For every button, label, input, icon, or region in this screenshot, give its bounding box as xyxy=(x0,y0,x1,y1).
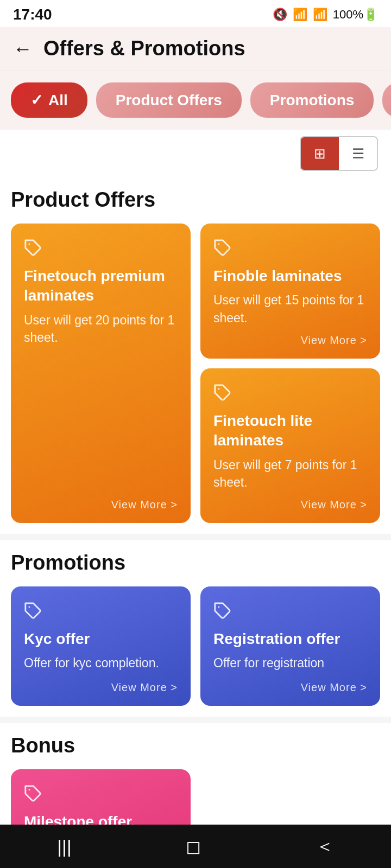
filter-tab-promotions[interactable]: Promotions xyxy=(250,82,374,118)
card-finetouch-premium-desc: User will get 20 points for 1 sheet. xyxy=(24,311,178,491)
card-finoble-title: Finoble laminates xyxy=(213,266,367,286)
card-kyc-offer[interactable]: Kyc offer Offer for kyc completion. View… xyxy=(11,586,191,706)
product-offers-section: Product Offers Finetouch premium laminat… xyxy=(0,177,391,534)
tag-icon xyxy=(24,602,178,624)
status-icons: 🔇 📶 📶 100%🔋 xyxy=(273,8,378,22)
card-finoble-desc: User will get 15 points for 1 sheet. xyxy=(213,291,367,326)
check-icon: ✓ xyxy=(30,91,43,109)
divider-1 xyxy=(0,534,391,540)
list-view-button[interactable]: ☰ xyxy=(339,137,377,170)
wifi-icon: 📶 xyxy=(293,8,307,22)
grid-icon: ⊞ xyxy=(314,145,326,162)
card-finoble-laminates[interactable]: Finoble laminates User will get 15 point… xyxy=(200,224,380,359)
card-finetouch-lite-title: Finetouch lite laminates xyxy=(213,411,367,451)
bottom-nav: ||| ◻ ＜ xyxy=(0,825,391,868)
battery-icon: 100%🔋 xyxy=(333,8,378,22)
card-kyc-title: Kyc offer xyxy=(24,629,178,649)
promotions-section: Promotions Kyc offer Offer for kyc compl… xyxy=(0,540,391,717)
promotions-grid: Kyc offer Offer for kyc completion. View… xyxy=(11,586,380,706)
status-time: 17:40 xyxy=(13,6,52,23)
tag-icon xyxy=(213,239,367,261)
filter-tab-product-offers[interactable]: Product Offers xyxy=(96,82,242,118)
list-icon: ☰ xyxy=(352,145,364,162)
tag-icon xyxy=(213,384,367,406)
card-registration-title: Registration offer xyxy=(213,629,367,649)
card-finetouch-lite-view-more[interactable]: View More > xyxy=(213,499,367,511)
tag-icon xyxy=(24,239,178,261)
product-offers-grid: Finetouch premium laminates User will ge… xyxy=(11,224,380,523)
card-registration-view-more[interactable]: View More > xyxy=(213,681,367,694)
tag-icon xyxy=(24,784,178,807)
header: ← Offers & Promotions xyxy=(0,27,391,71)
promotions-title: Promotions xyxy=(11,551,380,575)
bonus-title: Bonus xyxy=(11,734,380,757)
tag-icon xyxy=(213,602,367,624)
product-offers-title: Product Offers xyxy=(11,188,380,212)
card-finetouch-premium[interactable]: Finetouch premium laminates User will ge… xyxy=(11,224,191,523)
back-button[interactable]: ← xyxy=(13,39,33,59)
view-toggle: ⊞ ☰ xyxy=(300,136,378,171)
card-finetouch-premium-title: Finetouch premium laminates xyxy=(24,266,178,306)
card-finetouch-lite-desc: User will get 7 points for 1 sheet. xyxy=(213,456,367,491)
card-finetouch-lite[interactable]: Finetouch lite laminates User will get 7… xyxy=(200,368,380,523)
filter-tabs-row: ✓ All Product Offers Promotions Bo... xyxy=(0,71,391,130)
status-bar: 17:40 🔇 📶 📶 100%🔋 xyxy=(0,0,391,27)
nav-back-icon[interactable]: ＜ xyxy=(316,834,334,859)
card-registration-desc: Offer for registration xyxy=(213,654,367,674)
card-kyc-view-more[interactable]: View More > xyxy=(24,681,178,694)
card-registration-offer[interactable]: Registration offer Offer for registratio… xyxy=(200,586,380,706)
filter-tab-all[interactable]: ✓ All xyxy=(11,82,87,118)
right-product-column: Finoble laminates User will get 15 point… xyxy=(200,224,380,523)
mute-icon: 🔇 xyxy=(273,8,287,22)
filter-tab-bonus[interactable]: Bo... xyxy=(382,82,391,118)
card-finetouch-premium-view-more[interactable]: View More > xyxy=(24,499,178,511)
card-kyc-desc: Offer for kyc completion. xyxy=(24,654,178,674)
nav-home-icon[interactable]: ◻ xyxy=(186,835,201,857)
page-title: Offers & Promotions xyxy=(43,37,245,60)
signal-icon: 📶 xyxy=(313,8,327,22)
grid-view-button[interactable]: ⊞ xyxy=(301,137,339,170)
divider-2 xyxy=(0,717,391,723)
card-finoble-view-more[interactable]: View More > xyxy=(213,334,367,347)
view-toggle-row: ⊞ ☰ xyxy=(0,130,391,177)
nav-menu-icon[interactable]: ||| xyxy=(57,836,72,857)
